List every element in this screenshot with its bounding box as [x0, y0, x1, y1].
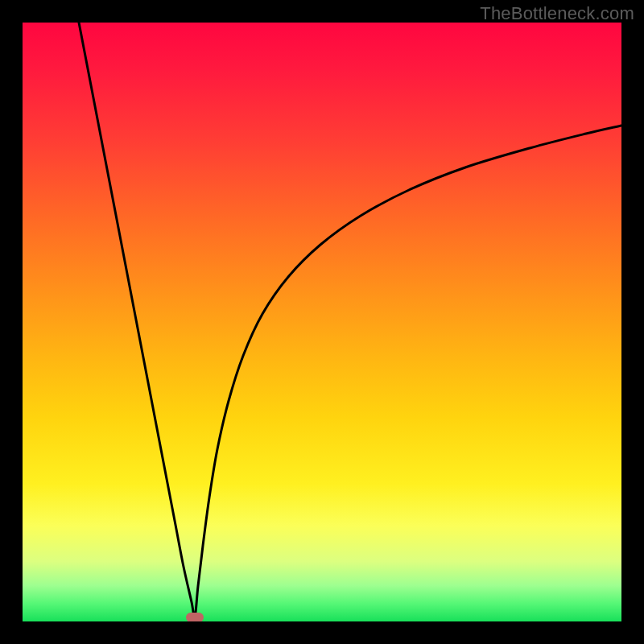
watermark-text: TheBottleneck.com	[480, 3, 634, 24]
optimal-point-marker	[186, 613, 204, 621]
bottleneck-curve	[23, 23, 621, 621]
chart-frame: TheBottleneck.com	[0, 0, 644, 644]
plot-area	[23, 23, 621, 621]
curve-path	[79, 23, 621, 618]
